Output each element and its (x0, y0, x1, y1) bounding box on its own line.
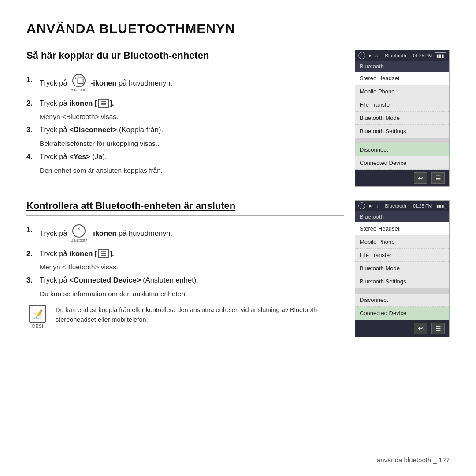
section1-step2: 2. Tryck på ikonen [☰]. (26, 98, 344, 109)
ui2-note-icon: ♫ (375, 203, 378, 208)
ui1-item-btmode[interactable]: Bluetooth Mode (355, 112, 449, 125)
step3-num: 3. (26, 124, 39, 135)
ui1-action-disconnect[interactable]: Disconnect (355, 143, 449, 156)
ui2-item-btmode[interactable]: Bluetooth Mode (355, 262, 449, 275)
step2-bold: ikonen [☰]. (69, 99, 114, 107)
ui2-spacer (355, 288, 449, 294)
bt-label-1: Bluetooth (71, 87, 87, 93)
s2-step3-bold: <Connected Device> (69, 276, 141, 284)
section2-left: Kontrollera att Bluetooth-enheten är ans… (26, 200, 344, 329)
ui2-back-btn[interactable]: ↩ (414, 323, 427, 334)
ui2-action-connected[interactable]: Connected Device (355, 307, 449, 320)
step1-bold: -ikonen (91, 79, 117, 87)
menu-icon-1: ☰ (98, 99, 109, 108)
section1-title: Så här kopplar du ur Bluetooth-enheten (26, 50, 344, 61)
step4-subtext: Den enhet som är ansluten kopplas från. (40, 167, 344, 175)
ui2-title: Bluetooth (381, 203, 410, 208)
section2-step1: 1. Tryck på ʿ Bluetooth -ikonen på huvud… (26, 224, 344, 244)
step4-num: 4. (26, 151, 39, 162)
section1-step3: 3. Tryck på <Disconnect> (Koppla från). (26, 124, 344, 135)
ui1-subheader: Bluetooth (355, 61, 449, 72)
bluetooth-icon-2: ʿ Bluetooth (71, 224, 87, 244)
section2-divider (26, 215, 344, 216)
obs-label: OBS! (32, 324, 43, 329)
s2-step2-content: Tryck på ikonen [☰]. (40, 248, 344, 259)
ui2-play: ▶ (369, 204, 372, 208)
s2-step1-bold: -ikonen (91, 229, 117, 237)
step4-bold: <Yes> (69, 152, 90, 160)
bt-circle-1: ʿ𐀀 (72, 74, 86, 87)
ui2-item-btsettings[interactable]: Bluetooth Settings (355, 275, 449, 288)
page: ANVÄNDA BLUETOOTHMENYN Så här kopplar du… (0, 0, 476, 476)
s2-step2-num: 2. (26, 248, 39, 259)
obs-note: 📝 OBS! Du kan endast koppla från eller k… (26, 305, 344, 329)
ui1-back-btn[interactable]: ↩ (414, 172, 427, 184)
ui1-time: 01:25 PM (413, 53, 432, 58)
step1-content: Tryck på ʿ𐀀 Bluetooth -ikonen på huvudme… (40, 74, 344, 93)
section1-steps: 1. Tryck på ʿ𐀀 Bluetooth -ikonen på huvu… (26, 74, 344, 175)
ui1-bt-icon: ʿ (358, 52, 365, 59)
ui2-item-mobile[interactable]: Mobile Phone (355, 235, 449, 249)
obs-text: Du kan endast koppla från eller kontroll… (56, 305, 344, 325)
section1-divider (26, 65, 344, 65)
ui1-play: ▶ (369, 53, 372, 58)
ui1-item-file[interactable]: File Transfer (355, 98, 449, 112)
section1-step1: 1. Tryck på ʿ𐀀 Bluetooth -ikonen på huvu… (26, 74, 344, 93)
main-title: ANVÄNDA BLUETOOTHMENYN (26, 21, 450, 36)
ui2-item-stereo[interactable]: Stereo Headset (355, 222, 449, 235)
ui2-time: 01:25 PM (413, 204, 432, 208)
s2-step3-subtext: Du kan se information om den anslutna en… (40, 290, 344, 298)
ui1-action-connected[interactable]: Connected Device (355, 156, 449, 170)
step4-content: Tryck på <Yes> (Ja). (40, 151, 344, 162)
ui-screenshot-2: ʿ ▶ ♫ Bluetooth 01:25 PM ▮▮▮ Bluetooth S… (355, 200, 450, 337)
s2-step3-content: Tryck på <Connected Device> (Ansluten en… (40, 275, 344, 286)
bt-label-2: Bluetooth (71, 238, 87, 244)
step1-num: 1. (26, 74, 39, 85)
ui1-battery: ▮▮▮ (435, 52, 446, 59)
ui1-item-stereo[interactable]: Stereo Headset (355, 72, 449, 85)
section2-steps: 1. Tryck på ʿ Bluetooth -ikonen på huvud… (26, 224, 344, 298)
step3-content: Tryck på <Disconnect> (Koppla från). (40, 124, 344, 135)
step3-subtext: Bekräftelsefönster för urkoppling visas.… (40, 140, 344, 148)
ui1-item-mobile[interactable]: Mobile Phone (355, 85, 449, 98)
page-footer: använda bluetooth _ 127 (377, 456, 450, 464)
section2-step2: 2. Tryck på ikonen [☰]. (26, 248, 344, 259)
main-title-divider (26, 39, 450, 39)
ui1-spacer (355, 138, 449, 143)
section1-step4: 4. Tryck på <Yes> (Ja). (26, 151, 344, 162)
section2: Kontrollera att Bluetooth-enheten är ans… (26, 200, 450, 337)
section1-left: Så här kopplar du ur Bluetooth-enheten 1… (26, 50, 344, 178)
ui1-header: ʿ ▶ ♫ Bluetooth 01:25 PM ▮▮▮ (355, 50, 449, 61)
ui2-menu-btn[interactable]: ☰ (431, 323, 445, 334)
section2-step3: 3. Tryck på <Connected Device> (Ansluten… (26, 275, 344, 286)
menu-icon-2: ☰ (98, 249, 109, 258)
ui2-action-disconnect[interactable]: Disconnect (355, 294, 449, 307)
step3-bold: <Disconnect> (69, 126, 117, 134)
s2-step1-num: 1. (26, 224, 39, 235)
ui2-footer: ↩ ☰ (355, 320, 449, 337)
section2-title: Kontrollera att Bluetooth-enheten är ans… (26, 200, 344, 212)
s2-step1-content: Tryck på ʿ Bluetooth -ikonen på huvudmen… (40, 224, 344, 244)
step2-subtext: Menyn <Bluetooth> visas. (40, 113, 344, 121)
ui1-title: Bluetooth (381, 53, 410, 58)
ui2-bt-icon: ʿ (358, 202, 365, 209)
ui2-battery: ▮▮▮ (435, 203, 446, 209)
ui2-item-file[interactable]: File Transfer (355, 249, 449, 262)
ui1-menu-btn[interactable]: ☰ (431, 172, 445, 184)
ui2-header: ʿ ▶ ♫ Bluetooth 01:25 PM ▮▮▮ (355, 201, 449, 211)
ui1-footer: ↩ ☰ (355, 170, 449, 186)
step2-num: 2. (26, 98, 39, 109)
step2-content: Tryck på ikonen [☰]. (40, 98, 344, 109)
s2-step2-bold: ikonen [☰]. (69, 249, 114, 257)
ui2-subheader: Bluetooth (355, 211, 449, 222)
ui1-item-btsettings[interactable]: Bluetooth Settings (355, 125, 449, 138)
ui-screenshot-1: ʿ ▶ ♫ Bluetooth 01:25 PM ▮▮▮ Bluetooth S… (355, 50, 450, 187)
bluetooth-icon-1: ʿ𐀀 Bluetooth (71, 74, 87, 93)
obs-icon: 📝 (29, 305, 46, 323)
ui1-note-icon: ♫ (375, 53, 378, 58)
bt-circle-2: ʿ (72, 224, 86, 238)
section1: Så här kopplar du ur Bluetooth-enheten 1… (26, 50, 450, 187)
s2-step3-num: 3. (26, 275, 39, 286)
obs-icon-wrap: 📝 OBS! (26, 305, 48, 329)
s2-step2-subtext: Menyn <Bluetooth> visas. (40, 263, 344, 271)
